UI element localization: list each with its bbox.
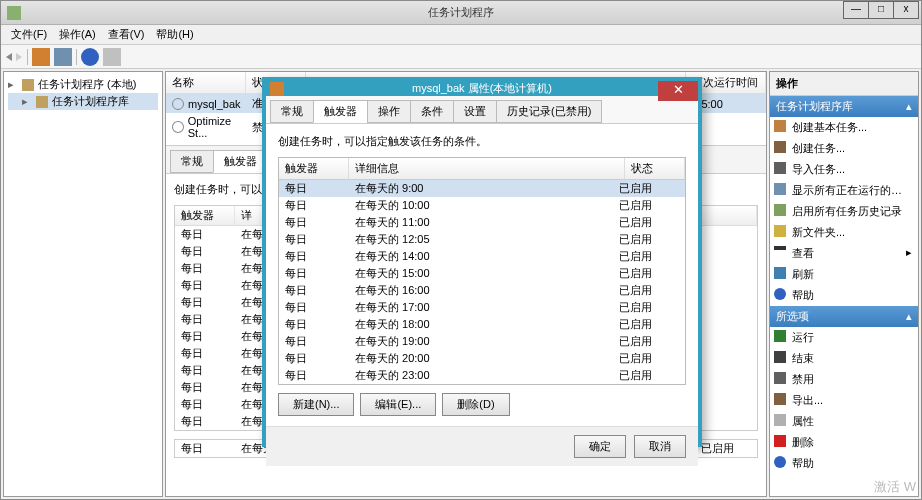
action-结束[interactable]: 结束 [770, 348, 918, 369]
dialog-titlebar: mysql_bak 属性(本地计算机) ✕ [266, 81, 698, 96]
tab-triggers[interactable]: 触发器 [213, 150, 268, 173]
cancel-button[interactable]: 取消 [634, 435, 686, 458]
dlg-tab-conditions[interactable]: 条件 [410, 100, 454, 123]
trigger-row[interactable]: 每日在每天的 11:00已启用 [279, 214, 685, 231]
trigger-row[interactable]: 每日在每天的 9:00已启用 [279, 180, 685, 197]
action-新文件夹[interactable]: 新文件夹... [770, 222, 918, 243]
collapse-icon: ▴ [906, 100, 912, 113]
action-帮助[interactable]: 帮助 [770, 453, 918, 474]
trigger-row[interactable]: 每日在每天的 16:00已启用 [279, 282, 685, 299]
new-trigger-button[interactable]: 新建(N)... [278, 393, 354, 416]
menu-action[interactable]: 操作(A) [53, 25, 102, 44]
close-button[interactable]: x [893, 1, 919, 19]
task-icon [172, 98, 184, 110]
dlg-tab-settings[interactable]: 设置 [453, 100, 497, 123]
tree-root[interactable]: ▸ 任务计划程序 (本地) [8, 76, 158, 93]
toolbar-icon-3[interactable] [103, 48, 121, 66]
tree-root-label: 任务计划程序 (本地) [38, 77, 136, 92]
trigger-row[interactable]: 每日在每天的 15:00已启用 [279, 265, 685, 282]
minimize-button[interactable]: — [843, 1, 869, 19]
trigger-row[interactable]: 每日在每天的 19:00已启用 [279, 333, 685, 350]
task-icon [172, 121, 184, 133]
edit-trigger-button[interactable]: 编辑(E)... [360, 393, 436, 416]
th-detail[interactable]: 详细信息 [349, 158, 625, 179]
watermark: 激活 W [874, 478, 916, 496]
action-查看[interactable]: 查看▸ [770, 243, 918, 264]
window-title: 任务计划程序 [428, 5, 494, 20]
action-属性[interactable]: 属性 [770, 411, 918, 432]
dlg-tab-history[interactable]: 历史记录(已禁用) [496, 100, 602, 123]
dialog-tabs: 常规 触发器 操作 条件 设置 历史记录(已禁用) [266, 96, 698, 124]
section-selected[interactable]: 所选项▴ [770, 306, 918, 327]
actions-pane: 操作 任务计划程序库▴ 创建基本任务...创建任务...导入任务...显示所有正… [769, 71, 919, 497]
action-创建基本任务[interactable]: 创建基本任务... [770, 117, 918, 138]
menu-help[interactable]: 帮助(H) [150, 25, 199, 44]
maximize-button[interactable]: □ [868, 1, 894, 19]
dialog-app-icon [270, 82, 284, 96]
trigger-row[interactable]: 每日在每天的 12:05已启用 [279, 231, 685, 248]
action-导出[interactable]: 导出... [770, 390, 918, 411]
tree-library-label: 任务计划程序库 [52, 94, 129, 109]
help-icon[interactable] [81, 48, 99, 66]
dialog-close-button[interactable]: ✕ [658, 81, 698, 101]
dlg-tab-general[interactable]: 常规 [270, 100, 314, 123]
action-显示所有正在运行的任务[interactable]: 显示所有正在运行的任务 [770, 180, 918, 201]
action-创建任务[interactable]: 创建任务... [770, 138, 918, 159]
menubar: 文件(F) 操作(A) 查看(V) 帮助(H) [1, 25, 921, 45]
ok-button[interactable]: 确定 [574, 435, 626, 458]
toolbar-icon-1[interactable] [32, 48, 50, 66]
trigger-row[interactable]: 每日在每天的 20:00已启用 [279, 350, 685, 367]
toolbar-icon-2[interactable] [54, 48, 72, 66]
dlg-tab-actions[interactable]: 操作 [367, 100, 411, 123]
trigger-row[interactable]: 每日在每天的 10:00已启用 [279, 197, 685, 214]
section-library[interactable]: 任务计划程序库▴ [770, 96, 918, 117]
action-运行[interactable]: 运行 [770, 327, 918, 348]
back-button[interactable] [5, 53, 12, 61]
menu-file[interactable]: 文件(F) [5, 25, 53, 44]
col-name[interactable]: 名称 [166, 72, 246, 93]
dlg-tab-triggers[interactable]: 触发器 [313, 100, 368, 123]
action-导入任务[interactable]: 导入任务... [770, 159, 918, 180]
actions-title: 操作 [770, 72, 918, 96]
app-icon [7, 6, 21, 20]
trigger-table: 触发器 详细信息 状态 每日在每天的 9:00已启用每日在每天的 10:00已启… [278, 157, 686, 385]
menu-view[interactable]: 查看(V) [102, 25, 151, 44]
action-禁用[interactable]: 禁用 [770, 369, 918, 390]
th-status[interactable]: 状态 [625, 158, 685, 179]
th-trigger[interactable]: 触发器 [279, 158, 349, 179]
forward-button[interactable] [16, 53, 23, 61]
collapse-icon: ▴ [906, 310, 912, 323]
delete-trigger-button[interactable]: 删除(D) [442, 393, 509, 416]
trigger-row[interactable]: 每日在每天的 18:00已启用 [279, 316, 685, 333]
dialog-title: mysql_bak 属性(本地计算机) [412, 81, 552, 96]
action-删除[interactable]: 删除 [770, 432, 918, 453]
trigger-row[interactable]: 每日在每天的 14:00已启用 [279, 248, 685, 265]
tab-general[interactable]: 常规 [170, 150, 214, 173]
properties-dialog: mysql_bak 属性(本地计算机) ✕ 常规 触发器 操作 条件 设置 历史… [262, 77, 702, 447]
trigger-row[interactable]: 每日在每天的 23:00已启用 [279, 367, 685, 384]
action-帮助[interactable]: 帮助 [770, 285, 918, 306]
tree-library[interactable]: ▸ 任务计划程序库 [8, 93, 158, 110]
trigger-row[interactable]: 每日在每天的 17:00已启用 [279, 299, 685, 316]
titlebar: 任务计划程序 — □ x [1, 1, 921, 25]
dialog-hint: 创建任务时，可以指定触发该任务的条件。 [278, 134, 686, 149]
action-启用所有任务历史记录[interactable]: 启用所有任务历史记录 [770, 201, 918, 222]
toolbar [1, 45, 921, 69]
tree-pane: ▸ 任务计划程序 (本地) ▸ 任务计划程序库 [3, 71, 163, 497]
action-刷新[interactable]: 刷新 [770, 264, 918, 285]
